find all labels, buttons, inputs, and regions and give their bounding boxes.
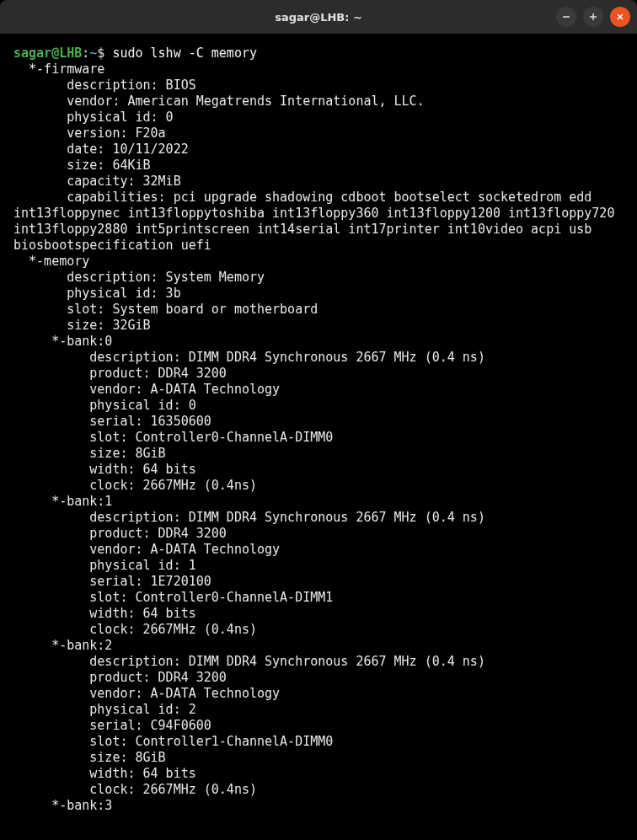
output-line: vendor: A-DATA Technology xyxy=(13,542,280,557)
prompt-colon: : xyxy=(82,45,89,61)
command-text: sudo lshw -C memory xyxy=(112,45,257,61)
output-line: physical id: 0 xyxy=(13,398,196,413)
output-line: size: 64KiB xyxy=(13,158,151,173)
output-line: slot: System board or motherboard xyxy=(13,302,318,317)
output-line: description: DIMM DDR4 Synchronous 2667 … xyxy=(13,510,485,525)
close-button[interactable] xyxy=(610,7,630,27)
output-line: capabilities: pci upgrade shadowing cdbo… xyxy=(13,190,622,253)
output-line: slot: Controller0-ChannelA-DIMM0 xyxy=(13,430,333,445)
output-line: date: 10/11/2022 xyxy=(13,142,189,157)
terminal-content: sagar@LHB:~$ sudo lshw -C memory *-firmw… xyxy=(13,45,624,814)
output-line: serial: C94F0600 xyxy=(13,718,211,733)
output-line: serial: 16350600 xyxy=(13,414,211,429)
output-line: product: DDR4 3200 xyxy=(13,670,227,685)
output-line: description: DIMM DDR4 Synchronous 2667 … xyxy=(13,654,485,669)
output-line: capacity: 32MiB xyxy=(13,174,181,189)
output-line: size: 32GiB xyxy=(13,318,151,333)
output-line: *-bank:3 xyxy=(13,798,112,813)
output-line: product: DDR4 3200 xyxy=(13,366,227,381)
output-line: clock: 2667MHz (0.4ns) xyxy=(13,478,257,493)
prompt-dollar: $ xyxy=(97,45,112,61)
output-line: vendor: A-DATA Technology xyxy=(13,382,280,397)
output-line: product: DDR4 3200 xyxy=(13,526,227,541)
terminal-window: sagar@LHB: ~ sagar@LHB:~$ sudo lshw -C m… xyxy=(0,0,637,840)
output-line: *-firmware xyxy=(13,62,104,77)
output-line: slot: Controller0-ChannelA-DIMM1 xyxy=(13,590,333,605)
minimize-button[interactable] xyxy=(556,7,576,27)
output-line: *-memory xyxy=(13,254,89,269)
titlebar[interactable]: sagar@LHB: ~ xyxy=(0,0,637,34)
output-line: width: 64 bits xyxy=(13,462,196,477)
output-line: size: 8GiB xyxy=(13,750,166,765)
output-line: description: DIMM DDR4 Synchronous 2667 … xyxy=(13,350,485,365)
output-line: physical id: 0 xyxy=(13,110,174,125)
output-line: width: 64 bits xyxy=(13,606,196,621)
output-line: size: 8GiB xyxy=(13,446,166,461)
minimize-icon xyxy=(562,13,570,21)
output-line: clock: 2667MHz (0.4ns) xyxy=(13,782,257,797)
prompt-path: ~ xyxy=(89,45,97,61)
output-line: *-bank:2 xyxy=(13,638,112,653)
output-line: clock: 2667MHz (0.4ns) xyxy=(13,622,257,637)
prompt-user: sagar@LHB xyxy=(13,45,82,61)
output-line: *-bank:1 xyxy=(13,494,112,509)
output-line: description: BIOS xyxy=(13,78,196,93)
output-line: physical id: 1 xyxy=(13,558,196,573)
output-line: vendor: A-DATA Technology xyxy=(13,686,280,701)
output-line: physical id: 2 xyxy=(13,702,196,717)
close-icon xyxy=(616,13,624,21)
output-line: serial: 1E720100 xyxy=(13,574,211,589)
output-line: vendor: American Megatrends Internationa… xyxy=(13,94,425,109)
maximize-icon xyxy=(589,13,597,21)
output-line: *-bank:0 xyxy=(13,334,112,349)
output-line: description: System Memory xyxy=(13,270,265,285)
output-line: width: 64 bits xyxy=(13,766,196,781)
window-controls xyxy=(556,7,630,27)
window-title: sagar@LHB: ~ xyxy=(275,11,362,24)
maximize-button[interactable] xyxy=(583,7,603,27)
output-line: physical id: 3b xyxy=(13,286,181,301)
terminal-body[interactable]: sagar@LHB:~$ sudo lshw -C memory *-firmw… xyxy=(5,39,632,835)
output-line: version: F20a xyxy=(13,126,166,141)
output-line: slot: Controller1-ChannelA-DIMM0 xyxy=(13,734,333,749)
